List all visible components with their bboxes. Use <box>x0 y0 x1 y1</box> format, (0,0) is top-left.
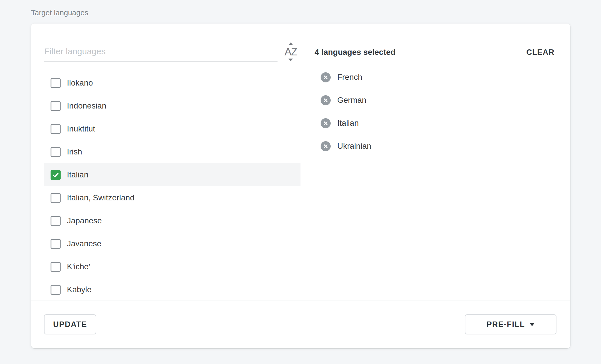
language-row-javanese[interactable]: Javanese <box>44 232 300 255</box>
language-row-irish[interactable]: Irish <box>44 140 300 163</box>
language-label: K'iche' <box>67 262 90 271</box>
checkbox-checked-icon[interactable] <box>51 170 61 180</box>
remove-italian-button[interactable] <box>321 118 331 128</box>
footer-divider <box>31 301 570 301</box>
language-row-ilokano[interactable]: Ilokano <box>44 71 300 94</box>
language-label: Japanese <box>67 216 102 225</box>
selected-languages-header: 4 languages selected CLEAR <box>315 44 554 60</box>
language-label: Italian, Switzerland <box>67 193 134 202</box>
selected-language-item-italian: Italian <box>321 112 371 135</box>
selected-language-item-german: German <box>321 89 371 112</box>
x-icon <box>323 98 328 103</box>
x-icon <box>323 75 328 80</box>
selected-language-label: Italian <box>337 119 359 128</box>
language-row-japanese[interactable]: Japanese <box>44 209 300 232</box>
selected-languages-list: French German Italian U <box>321 66 371 158</box>
language-row-italian[interactable]: Italian <box>44 163 300 186</box>
az-sort-icon: AZ <box>284 47 297 57</box>
language-label: Irish <box>67 147 82 156</box>
x-icon <box>323 121 328 126</box>
update-button[interactable]: UPDATE <box>44 314 96 334</box>
selected-language-label: Ukrainian <box>337 142 371 151</box>
language-row-inuktitut[interactable]: Inuktitut <box>44 117 300 140</box>
sort-arrow-down-icon <box>288 59 293 61</box>
language-label: Inuktitut <box>67 124 95 133</box>
update-button-label: UPDATE <box>53 320 87 329</box>
sort-arrow-up-icon <box>288 42 293 45</box>
checkbox-unchecked-icon[interactable] <box>51 262 61 272</box>
language-label: Indonesian <box>67 101 106 111</box>
checkbox-unchecked-icon[interactable] <box>51 193 61 203</box>
remove-ukrainian-button[interactable] <box>321 141 331 151</box>
language-list: Ilokano Indonesian Inuktitut Irish Itali… <box>44 71 300 301</box>
selected-count-text: 4 languages selected <box>315 48 396 57</box>
language-label: Kabyle <box>67 285 92 294</box>
page-title: Target languages <box>31 8 88 17</box>
language-row-italian-switzerland[interactable]: Italian, Switzerland <box>44 186 300 209</box>
checkbox-unchecked-icon[interactable] <box>51 147 61 157</box>
selected-language-label: German <box>337 96 366 105</box>
prefill-button-label: PRE-FILL <box>487 320 525 329</box>
selected-language-label: French <box>337 73 362 82</box>
remove-german-button[interactable] <box>321 95 331 105</box>
language-picker-panel: AZ Ilokano Indonesian Inuktitut Irish <box>31 24 570 348</box>
checkbox-unchecked-icon[interactable] <box>51 101 61 111</box>
sort-alphabetically-button[interactable]: AZ <box>276 40 305 63</box>
selected-language-item-french: French <box>321 66 371 89</box>
remove-french-button[interactable] <box>321 72 331 82</box>
checkbox-unchecked-icon[interactable] <box>51 124 61 134</box>
chevron-down-icon <box>529 323 535 326</box>
filter-languages-input[interactable] <box>44 41 278 62</box>
prefill-button[interactable]: PRE-FILL <box>465 314 556 334</box>
language-label: Italian <box>67 170 88 179</box>
checkbox-unchecked-icon[interactable] <box>51 216 61 226</box>
x-icon <box>323 144 328 149</box>
checkmark-icon <box>52 171 59 179</box>
selected-language-item-ukrainian: Ukrainian <box>321 135 371 158</box>
clear-button[interactable]: CLEAR <box>526 48 554 57</box>
language-label: Ilokano <box>67 78 93 88</box>
language-row-indonesian[interactable]: Indonesian <box>44 94 300 117</box>
language-label: Javanese <box>67 239 101 248</box>
language-row-kabyle[interactable]: Kabyle <box>44 278 300 301</box>
checkbox-unchecked-icon[interactable] <box>51 239 61 249</box>
checkbox-unchecked-icon[interactable] <box>51 78 61 88</box>
checkbox-unchecked-icon[interactable] <box>51 285 61 295</box>
language-row-kiche[interactable]: K'iche' <box>44 255 300 278</box>
